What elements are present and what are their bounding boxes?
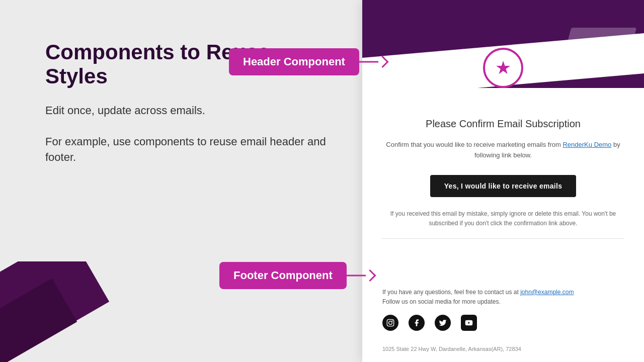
renderku-link[interactable]: RenderKu Demo [562, 141, 611, 148]
email-footer: If you have any questions, feel free to … [362, 288, 644, 362]
email-body: Please Confirm Email Subscription Confir… [362, 88, 644, 288]
instagram-icon[interactable] [382, 315, 398, 331]
header-component-label: Header Component [229, 48, 359, 75]
svg-point-1 [389, 321, 392, 325]
body-text: For example, use components to reuse ema… [45, 134, 332, 165]
email-header: ★ [362, 0, 644, 88]
email-panel: ★ Please Confirm Email Subscription Conf… [362, 0, 644, 362]
description-before-link: Confirm that you would like to receive m… [386, 141, 562, 148]
svg-rect-0 [387, 319, 393, 326]
confirm-button[interactable]: Yes, I would like to receive emails [430, 175, 577, 197]
footer-label-container: Footer Component [219, 262, 374, 289]
contact-before-link: If you have any questions, feel free to … [382, 289, 520, 296]
svg-point-2 [392, 320, 393, 321]
twitter-icon[interactable] [435, 315, 451, 331]
footer-component-label: Footer Component [219, 262, 347, 289]
subtitle-text: Edit once, update across emails. [45, 103, 332, 119]
footer-address: 1025 State 22 Hwy W, Dardanelle, Arkansa… [382, 346, 624, 352]
email-note: If you received this email by mistake, s… [382, 209, 624, 228]
footer-arrow-icon [347, 269, 374, 282]
facebook-icon[interactable] [409, 315, 425, 331]
star-icon: ★ [495, 59, 511, 77]
email-description: Confirm that you would like to receive m… [382, 140, 624, 161]
youtube-icon[interactable] [461, 315, 477, 331]
email-divider [382, 238, 624, 239]
email-title: Please Confirm Email Subscription [382, 118, 624, 130]
social-icons-container [382, 315, 624, 331]
contact-email-link[interactable]: john@example.com [520, 289, 574, 296]
header-arrow-icon [359, 56, 387, 68]
email-logo-circle: ★ [483, 48, 523, 88]
follow-text: Follow us on social media for more updat… [382, 298, 501, 305]
header-label-container: Header Component [229, 48, 387, 75]
footer-contact: If you have any questions, feel free to … [382, 288, 624, 307]
